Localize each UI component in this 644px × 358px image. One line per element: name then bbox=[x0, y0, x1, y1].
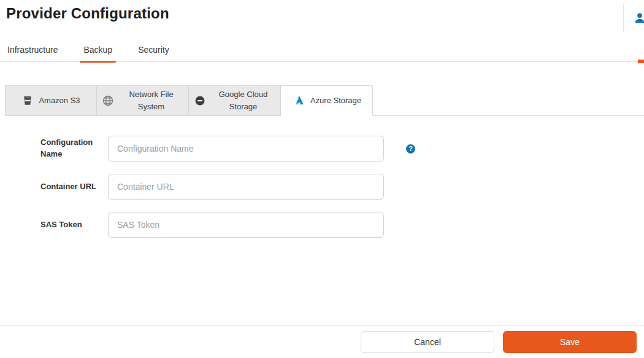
provider-tab-network-file-system[interactable]: Network File System bbox=[97, 85, 189, 116]
nav-tab-backup[interactable]: Backup bbox=[82, 40, 113, 61]
provider-tab-google-cloud-storage[interactable]: Google Cloud Storage bbox=[189, 85, 281, 116]
globe-icon bbox=[102, 95, 114, 107]
provider-tab-label: Azure Storage bbox=[310, 95, 361, 107]
sas-token-label: SAS Token bbox=[40, 219, 108, 231]
container-url-label: Container URL bbox=[40, 181, 108, 193]
header: Provider Configuration bbox=[0, 0, 644, 32]
form-row-sas-token: SAS Token bbox=[40, 212, 644, 238]
azure-icon bbox=[292, 94, 305, 107]
page-title: Provider Configuration bbox=[6, 4, 169, 22]
person-icon bbox=[633, 11, 644, 25]
provider-tabstrip: Amazon S3 Network File System Google Clo… bbox=[5, 85, 644, 116]
nav-tab-infrastructure[interactable]: Infrastructure bbox=[6, 40, 59, 61]
provider-tab-label: Google Cloud Storage bbox=[211, 88, 275, 113]
nav-tab-security[interactable]: Security bbox=[137, 40, 171, 61]
amazon-s3-icon bbox=[21, 95, 34, 107]
cancel-button[interactable]: Cancel bbox=[361, 331, 494, 353]
save-button[interactable]: Save bbox=[503, 331, 637, 353]
provider-tab-label: Network File System bbox=[119, 88, 183, 113]
help-icon[interactable]: ? bbox=[406, 144, 415, 154]
form-row-configuration-name: Configuration Name ? bbox=[40, 136, 644, 161]
footer-actions: Cancel Save bbox=[0, 325, 644, 358]
provider-tab-amazon-s3[interactable]: Amazon S3 bbox=[5, 85, 97, 116]
user-button[interactable] bbox=[623, 4, 644, 32]
main-nav: Infrastructure Backup Security bbox=[0, 41, 644, 62]
azure-storage-form: Configuration Name ? Container URL SAS T… bbox=[5, 116, 644, 238]
google-cloud-storage-icon bbox=[194, 95, 206, 107]
sas-token-input[interactable] bbox=[108, 212, 384, 238]
container-url-input[interactable] bbox=[108, 174, 384, 200]
nav-divider-accent bbox=[638, 60, 644, 63]
configuration-name-label: Configuration Name bbox=[40, 137, 108, 160]
provider-tab-label: Amazon S3 bbox=[39, 95, 80, 107]
backup-panel: Amazon S3 Network File System Google Clo… bbox=[0, 62, 644, 238]
form-row-container-url: Container URL bbox=[40, 174, 644, 200]
configuration-name-input[interactable] bbox=[108, 136, 384, 161]
tabstrip-filler bbox=[373, 85, 644, 116]
provider-tab-azure-storage[interactable]: Azure Storage bbox=[281, 85, 373, 116]
